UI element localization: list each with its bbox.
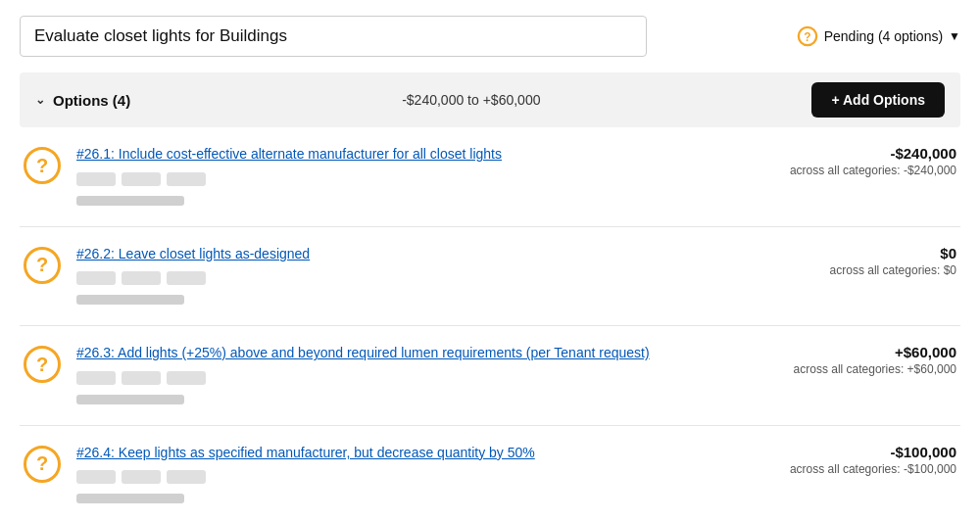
amount-main: +$60,000 [741, 344, 956, 360]
tag-pill [167, 271, 206, 285]
option-content: #26.4: Keep lights as specified manufact… [76, 444, 725, 507]
tag-line [76, 395, 184, 404]
option-content: #26.1: Include cost-effective alternate … [76, 145, 725, 209]
collapse-chevron-icon[interactable]: ⌄ [35, 93, 45, 107]
option-status-icon: ? [24, 147, 61, 184]
options-list: ? #26.1: Include cost-effective alternat… [20, 127, 960, 522]
pending-question-icon: ? [797, 25, 818, 47]
amount-main: -$100,000 [741, 444, 956, 460]
amount-main: $0 [741, 245, 956, 261]
svg-text:?: ? [804, 30, 810, 44]
option-status-icon: ? [24, 346, 61, 383]
option-content: #26.3: Add lights (+25%) above and beyon… [76, 344, 725, 407]
header: ? Pending (4 options) ▼ [20, 16, 960, 57]
option-item: ? #26.4: Keep lights as specified manufa… [20, 426, 960, 522]
pending-label: Pending (4 options) [824, 28, 943, 44]
pending-badge[interactable]: ? Pending (4 options) ▼ [797, 25, 960, 47]
option-amounts: -$240,000 across all categories: -$240,0… [741, 145, 956, 177]
title-input[interactable] [20, 16, 647, 57]
tag-pill [122, 371, 161, 385]
options-label: Options (4) [53, 92, 130, 109]
add-options-button[interactable]: + Add Options [811, 82, 945, 118]
option-title[interactable]: #26.3: Add lights (+25%) above and beyon… [76, 344, 725, 363]
options-bar-left: ⌄ Options (4) [35, 92, 130, 109]
option-title[interactable]: #26.4: Keep lights as specified manufact… [76, 444, 725, 463]
option-amounts: -$100,000 across all categories: -$100,0… [741, 444, 956, 476]
tag-pill [122, 470, 161, 484]
question-circle-icon: ? [24, 346, 61, 383]
option-title[interactable]: #26.1: Include cost-effective alternate … [76, 145, 725, 165]
tag-pill [122, 172, 161, 186]
tag-pill [167, 470, 206, 484]
tag-line [76, 196, 184, 206]
amount-main: -$240,000 [741, 145, 956, 162]
options-bar: ⌄ Options (4) -$240,000 to +$60,000 + Ad… [20, 72, 960, 127]
tag-pill [76, 470, 116, 484]
option-status-icon: ? [24, 446, 61, 483]
header-right: ? Pending (4 options) ▼ [797, 25, 960, 47]
tag-line [76, 494, 184, 503]
question-circle-icon: ? [24, 247, 61, 284]
option-status-icon: ? [24, 247, 61, 284]
amount-sub: across all categories: +$60,000 [741, 362, 956, 376]
option-tags [76, 470, 725, 484]
option-title[interactable]: #26.2: Leave closet lights as-designed [76, 245, 725, 264]
tag-line [76, 295, 184, 305]
amount-sub: across all categories: -$240,000 [741, 164, 956, 177]
amount-sub: across all categories: $0 [741, 263, 956, 277]
option-tags [76, 371, 725, 385]
option-item: ? #26.2: Leave closet lights as-designed… [20, 227, 960, 327]
option-tags [76, 172, 725, 186]
option-item: ? #26.3: Add lights (+25%) above and bey… [20, 326, 960, 426]
tag-pill [167, 172, 206, 186]
question-circle-icon: ? [24, 446, 61, 483]
amount-sub: across all categories: -$100,000 [741, 462, 956, 476]
option-amounts: +$60,000 across all categories: +$60,000 [741, 344, 956, 376]
option-content: #26.2: Leave closet lights as-designed [76, 245, 725, 308]
option-tags [76, 271, 725, 285]
option-amounts: $0 across all categories: $0 [741, 245, 956, 277]
tag-pill [76, 271, 116, 285]
pending-chevron-icon: ▼ [949, 29, 960, 43]
tag-pill [76, 371, 116, 385]
tag-pill [76, 172, 116, 186]
options-range: -$240,000 to +$60,000 [402, 92, 540, 108]
tag-pill [122, 271, 161, 285]
page-wrapper: ? Pending (4 options) ▼ ⌄ Options (4) -$… [0, 0, 980, 522]
option-item: ? #26.1: Include cost-effective alternat… [20, 127, 960, 227]
question-circle-icon: ? [24, 147, 61, 184]
tag-pill [167, 371, 206, 385]
